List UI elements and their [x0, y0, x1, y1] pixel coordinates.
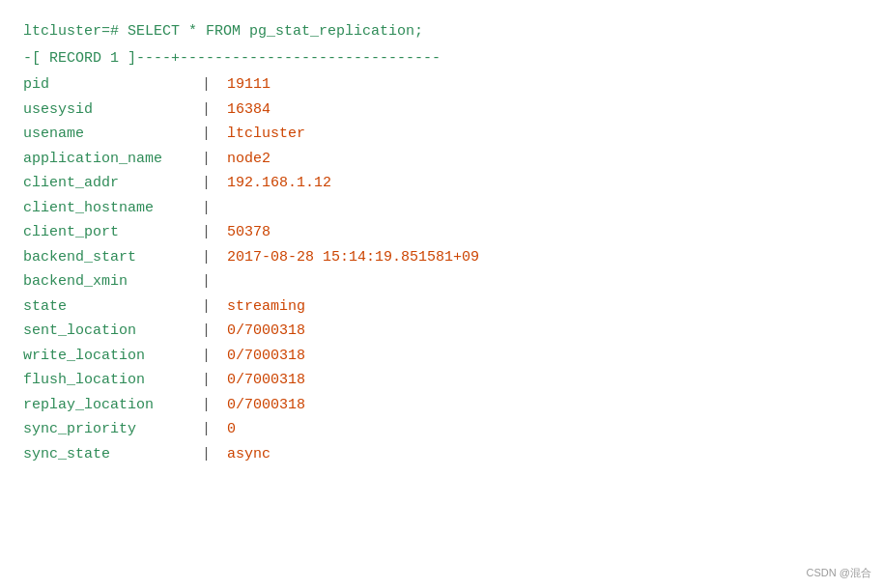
field-name: state — [23, 294, 202, 320]
pipe-separator: | — [202, 368, 219, 393]
record-row: client_addr| 192.168.1.12 — [23, 171, 860, 196]
pipe-separator: | — [202, 98, 219, 123]
record-row: sync_priority| 0 — [23, 417, 860, 442]
field-value: 50378 — [227, 220, 271, 245]
pipe-separator: | — [202, 344, 219, 369]
pipe-separator: | — [202, 294, 219, 320]
pipe-separator: | — [202, 196, 219, 221]
field-name: replay_location — [23, 393, 202, 418]
record-row: sent_location| 0/7000318 — [23, 319, 860, 344]
pipe-separator: | — [202, 319, 219, 344]
watermark: CSDN @混合 — [807, 566, 871, 580]
record-row: client_port| 50378 — [23, 220, 860, 245]
record-rows: pid| 19111usesysid| 16384usename| ltclus… — [23, 72, 860, 466]
field-name: usename — [23, 122, 202, 147]
field-value: node2 — [227, 147, 271, 172]
field-name: client_port — [23, 220, 202, 245]
record-row: application_name| node2 — [23, 147, 860, 172]
field-name: pid — [23, 72, 202, 98]
field-value: async — [227, 442, 271, 467]
record-row: write_location| 0/7000318 — [23, 344, 860, 369]
field-name: client_hostname — [23, 196, 202, 221]
record-row: usesysid| 16384 — [23, 98, 860, 123]
pipe-separator: | — [202, 417, 219, 442]
record-row: client_hostname| — [23, 196, 860, 221]
record-row: state| streaming — [23, 294, 860, 320]
field-name: sync_state — [23, 442, 202, 467]
record-row: pid| 19111 — [23, 72, 860, 98]
record-row: usename| ltcluster — [23, 122, 860, 147]
separator-line: -[ RECORD 1 ]----+----------------------… — [23, 46, 860, 71]
record-row: sync_state| async — [23, 442, 860, 467]
field-name: write_location — [23, 344, 202, 369]
field-value: 0/7000318 — [227, 393, 305, 418]
record-row: backend_xmin| — [23, 269, 860, 294]
pipe-separator: | — [202, 147, 219, 172]
pipe-separator: | — [202, 393, 219, 418]
pipe-separator: | — [202, 171, 219, 196]
field-value: 0/7000318 — [227, 319, 305, 344]
pipe-separator: | — [202, 442, 219, 467]
field-value: 0 — [227, 417, 236, 442]
record-row: replay_location| 0/7000318 — [23, 393, 860, 418]
field-value: ltcluster — [227, 122, 305, 147]
field-name: flush_location — [23, 368, 202, 393]
pipe-separator: | — [202, 245, 219, 270]
field-value: 192.168.1.12 — [227, 171, 331, 196]
field-name: backend_xmin — [23, 269, 202, 294]
command-line: ltcluster=# SELECT * FROM pg_stat_replic… — [23, 19, 860, 44]
field-name: sync_priority — [23, 417, 202, 442]
record-row: flush_location| 0/7000318 — [23, 368, 860, 393]
pipe-separator: | — [202, 269, 219, 294]
pipe-separator: | — [202, 220, 219, 245]
pipe-separator: | — [202, 72, 219, 98]
command-text: ltcluster=# SELECT * FROM pg_stat_replic… — [23, 19, 423, 44]
field-name: sent_location — [23, 319, 202, 344]
field-value: 19111 — [227, 72, 271, 98]
terminal-output: ltcluster=# SELECT * FROM pg_stat_replic… — [0, 0, 883, 588]
field-name: client_addr — [23, 171, 202, 196]
field-name: application_name — [23, 147, 202, 172]
separator-text: -[ RECORD 1 ]----+----------------------… — [23, 46, 441, 71]
field-name: usesysid — [23, 98, 202, 123]
field-name: backend_start — [23, 245, 202, 270]
field-value: 0/7000318 — [227, 344, 305, 369]
field-value: 2017-08-28 15:14:19.851581+09 — [227, 245, 479, 270]
record-row: backend_start| 2017-08-28 15:14:19.85158… — [23, 245, 860, 270]
field-value: streaming — [227, 294, 305, 320]
pipe-separator: | — [202, 122, 219, 147]
field-value: 16384 — [227, 98, 271, 123]
field-value: 0/7000318 — [227, 368, 305, 393]
